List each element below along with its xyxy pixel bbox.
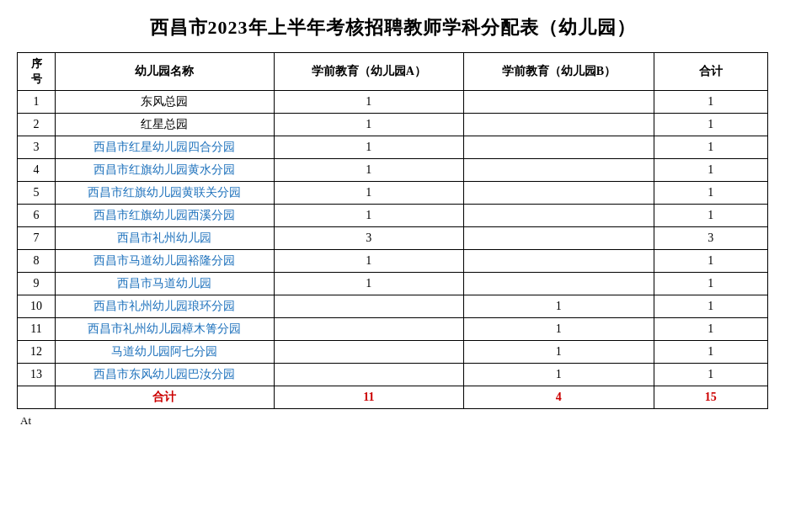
cell-total: 1	[654, 182, 767, 205]
cell-total: 1	[654, 91, 767, 114]
cell-seq: 11	[18, 318, 56, 341]
header-seq: 序号	[18, 53, 56, 91]
cell-name: 西昌市红旗幼儿园西溪分园	[56, 205, 274, 227]
cell-col-a: 1	[274, 114, 464, 136]
cell-col-a: 1	[274, 159, 464, 182]
cell-col-b	[464, 273, 654, 295]
cell-seq: 5	[18, 182, 56, 205]
cell-col-b: 1	[464, 364, 654, 386]
table-row: 11西昌市礼州幼儿园樟木箐分园11	[18, 318, 768, 341]
cell-name: 红星总园	[56, 114, 274, 136]
cell-name: 西昌市礼州幼儿园琅环分园	[56, 295, 274, 318]
total-col-a: 11	[274, 386, 464, 409]
cell-total: 1	[654, 295, 767, 318]
cell-col-a: 1	[274, 205, 464, 227]
cell-col-b	[464, 91, 654, 114]
cell-name: 马道幼儿园阿七分园	[56, 341, 274, 364]
table-row: 1东风总园11	[18, 91, 768, 114]
page-title: 西昌市2023年上半年考核招聘教师学科分配表（幼儿园）	[150, 15, 636, 40]
cell-seq: 6	[18, 205, 56, 227]
table-row: 6西昌市红旗幼儿园西溪分园11	[18, 205, 768, 227]
cell-name: 西昌市红星幼儿园四合分园	[56, 136, 274, 159]
cell-seq: 3	[18, 136, 56, 159]
cell-name: 东风总园	[56, 91, 274, 114]
cell-seq: 4	[18, 159, 56, 182]
table-row: 3西昌市红星幼儿园四合分园11	[18, 136, 768, 159]
cell-total: 3	[654, 227, 767, 250]
cell-seq: 7	[18, 227, 56, 250]
cell-col-b	[464, 182, 654, 205]
table-row: 9西昌市马道幼儿园11	[18, 273, 768, 295]
cell-col-a: 1	[274, 182, 464, 205]
table-row: 12马道幼儿园阿七分园11	[18, 341, 768, 364]
cell-total: 1	[654, 159, 767, 182]
cell-total: 1	[654, 205, 767, 227]
cell-name: 西昌市红旗幼儿园黄水分园	[56, 159, 274, 182]
header-name: 幼儿园名称	[56, 53, 274, 91]
header-total: 合计	[654, 53, 767, 91]
total-row: 合计11415	[18, 386, 768, 409]
cell-col-a	[274, 318, 464, 341]
cell-col-b: 1	[464, 341, 654, 364]
cell-col-b	[464, 114, 654, 136]
main-table: 序号 幼儿园名称 学前教育（幼儿园A） 学前教育（幼儿园B） 合计 1东风总园1…	[17, 52, 768, 409]
total-label: 合计	[56, 386, 274, 409]
cell-seq: 2	[18, 114, 56, 136]
table-row: 4西昌市红旗幼儿园黄水分园11	[18, 159, 768, 182]
cell-col-b: 1	[464, 295, 654, 318]
table-row: 13西昌市东风幼儿园巴汝分园11	[18, 364, 768, 386]
cell-total: 1	[654, 114, 767, 136]
total-col-b: 4	[464, 386, 654, 409]
cell-col-a: 1	[274, 136, 464, 159]
table-row: 7西昌市礼州幼儿园33	[18, 227, 768, 250]
table-row: 5西昌市红旗幼儿园黄联关分园11	[18, 182, 768, 205]
cell-total: 1	[654, 136, 767, 159]
cell-col-b	[464, 205, 654, 227]
cell-col-b: 1	[464, 318, 654, 341]
table-header-row: 序号 幼儿园名称 学前教育（幼儿园A） 学前教育（幼儿园B） 合计	[18, 53, 768, 91]
cell-name: 西昌市东风幼儿园巴汝分园	[56, 364, 274, 386]
total-sum: 15	[654, 386, 767, 409]
cell-seq: 10	[18, 295, 56, 318]
cell-col-a: 1	[274, 91, 464, 114]
cell-seq: 9	[18, 273, 56, 295]
table-row: 8西昌市马道幼儿园裕隆分园11	[18, 250, 768, 273]
cell-col-b	[464, 136, 654, 159]
cell-col-b	[464, 159, 654, 182]
cell-total: 1	[654, 250, 767, 273]
cell-seq: 1	[18, 91, 56, 114]
cell-seq: 12	[18, 341, 56, 364]
cell-col-a	[274, 341, 464, 364]
cell-total: 1	[654, 341, 767, 364]
cell-total: 1	[654, 318, 767, 341]
cell-total: 1	[654, 364, 767, 386]
cell-col-a: 1	[274, 250, 464, 273]
cell-seq: 8	[18, 250, 56, 273]
cell-total: 1	[654, 273, 767, 295]
cell-name: 西昌市礼州幼儿园樟木箐分园	[56, 318, 274, 341]
cell-name: 西昌市马道幼儿园裕隆分园	[56, 250, 274, 273]
cell-seq: 13	[18, 364, 56, 386]
cell-col-a: 1	[274, 273, 464, 295]
table-row: 2红星总园11	[18, 114, 768, 136]
footer-note: At	[17, 414, 768, 428]
cell-name: 西昌市红旗幼儿园黄联关分园	[56, 182, 274, 205]
table-row: 10西昌市礼州幼儿园琅环分园11	[18, 295, 768, 318]
cell-col-a: 3	[274, 227, 464, 250]
cell-col-b	[464, 250, 654, 273]
cell-name: 西昌市礼州幼儿园	[56, 227, 274, 250]
cell-col-a	[274, 364, 464, 386]
header-col-a: 学前教育（幼儿园A）	[274, 53, 464, 91]
header-col-b: 学前教育（幼儿园B）	[464, 53, 654, 91]
cell-col-a	[274, 295, 464, 318]
cell-name: 西昌市马道幼儿园	[56, 273, 274, 295]
total-seq	[18, 386, 56, 409]
cell-col-b	[464, 227, 654, 250]
